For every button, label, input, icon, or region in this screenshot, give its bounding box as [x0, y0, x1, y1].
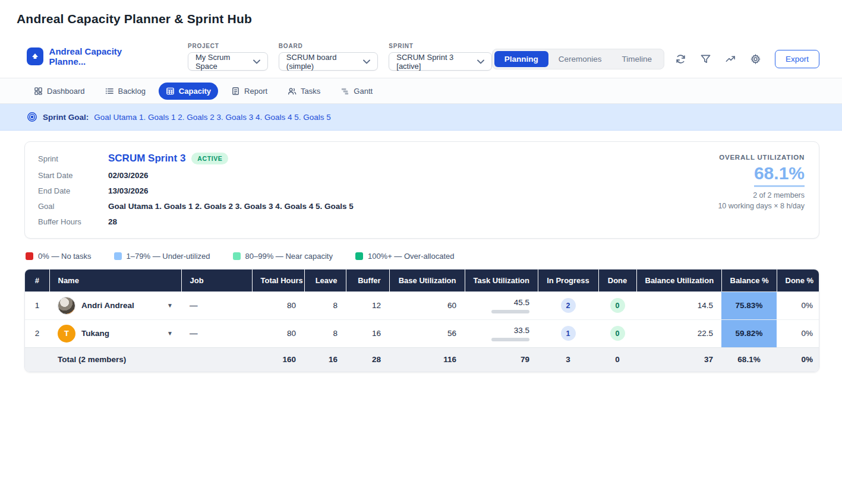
- filter-icon[interactable]: [698, 51, 714, 68]
- total-in-progress: 3: [538, 347, 598, 372]
- total-job: [181, 347, 252, 372]
- nav-tab-label: Gantt: [354, 87, 373, 96]
- field-value-sprint: SCRUM Sprint 3 ACTIVE: [108, 153, 354, 164]
- sprint-fields: Sprint SCRUM Sprint 3 ACTIVE Start Date …: [38, 153, 354, 226]
- nav-tab-dashboard[interactable]: Dashboard: [27, 83, 92, 100]
- col-buffer: Buffer: [346, 270, 389, 291]
- sprint-selector: SPRINT SCRUM Sprint 3 [active]: [389, 43, 491, 71]
- total-task-utilization: 79: [465, 347, 538, 372]
- main-content: Sprint SCRUM Sprint 3 ACTIVE Start Date …: [0, 131, 842, 372]
- in-progress-badge: 1: [561, 326, 576, 341]
- chevron-down-icon: [363, 59, 370, 64]
- member-cell: Andri Andreal ▼: [49, 291, 181, 319]
- module-nav: Dashboard Backlog Capacity Report Tasks …: [0, 78, 842, 104]
- target-icon: [27, 112, 37, 122]
- buffer-cell: 12: [346, 291, 389, 319]
- field-label-sprint: Sprint: [38, 154, 97, 163]
- utilization-legend: 0% — No tasks 1–79% — Under-utilized 80–…: [26, 252, 819, 261]
- total-buffer: 28: [346, 347, 389, 372]
- tab-timeline[interactable]: Timeline: [611, 51, 662, 67]
- board-label: BOARD: [279, 43, 378, 49]
- chevron-down-icon: [253, 59, 260, 64]
- done-pct-cell: 0%: [777, 291, 819, 319]
- project-select[interactable]: My Scrum Space: [188, 52, 268, 71]
- toolbar: Andreal Capacity Planne... PROJECT My Sc…: [0, 37, 842, 78]
- legend-label: 0% — No tasks: [38, 252, 92, 261]
- member-name: Andri Andreal: [81, 301, 134, 310]
- col-job: Job: [181, 270, 252, 291]
- nav-tab-report[interactable]: Report: [224, 83, 275, 100]
- field-value-buffer-hours: 28: [108, 217, 354, 226]
- field-value-start-date: 02/03/2026: [108, 171, 354, 180]
- task-utilization-value: 33.5: [514, 326, 529, 335]
- row-expand-caret[interactable]: ▼: [167, 330, 173, 337]
- sprint-goal-banner: Sprint Goal: Goal Utama 1. Goals 1 2. Go…: [0, 104, 842, 131]
- sprint-label: SPRINT: [389, 43, 491, 49]
- row-number: 1: [25, 291, 49, 319]
- project-selector: PROJECT My Scrum Space: [188, 43, 268, 71]
- legend-item-near-capacity: 80–99% — Near capacity: [233, 252, 333, 261]
- context-selectors: PROJECT My Scrum Space BOARD SCRUM board…: [188, 43, 492, 71]
- table-total-row: Total (2 members) 160 16 28 116 79 3 0 3…: [25, 347, 819, 372]
- field-value-end-date: 13/03/2026: [108, 186, 354, 195]
- total-base-utilization: 116: [389, 347, 465, 372]
- sprint-select[interactable]: SCRUM Sprint 3 [active]: [389, 52, 491, 71]
- nav-tab-gantt[interactable]: Gantt: [333, 83, 380, 100]
- field-value-goal: Goal Utama 1. Goals 1 2. Goals 2 3. Goal…: [108, 202, 354, 211]
- tab-planning[interactable]: Planning: [494, 51, 548, 67]
- done-badge: 0: [610, 326, 625, 341]
- col-done: Done: [598, 270, 636, 291]
- base-utilization-cell: 56: [389, 319, 465, 347]
- nav-tab-tasks[interactable]: Tasks: [280, 83, 327, 100]
- utilization-value: 68.1%: [754, 163, 805, 187]
- nav-tab-capacity[interactable]: Capacity: [159, 83, 218, 100]
- balance-utilization-cell: 22.5: [636, 319, 721, 347]
- legend-item-over-allocated: 100%+ — Over-allocated: [355, 252, 455, 261]
- col-done-pct: Done %: [777, 270, 819, 291]
- app-brand[interactable]: Andreal Capacity Planne...: [27, 46, 152, 66]
- nav-tab-label: Capacity: [179, 87, 211, 96]
- sprint-name[interactable]: SCRUM Sprint 3: [108, 153, 185, 164]
- toolbar-right: Planning Ceremonies Timeline Export: [492, 49, 819, 69]
- refresh-icon[interactable]: [673, 51, 689, 68]
- gear-icon[interactable]: [748, 51, 764, 68]
- sprint-select-value: SCRUM Sprint 3 [active]: [396, 53, 471, 71]
- sprint-goal-label: Sprint Goal:: [43, 113, 89, 122]
- backlog-list-icon: [105, 87, 114, 96]
- chevron-down-icon: [477, 59, 484, 64]
- done-cell: 0: [598, 291, 636, 319]
- trend-icon[interactable]: [723, 51, 739, 68]
- project-label: PROJECT: [188, 43, 268, 49]
- nav-tab-backlog[interactable]: Backlog: [98, 83, 153, 100]
- row-expand-caret[interactable]: ▼: [167, 302, 173, 309]
- app-logo-icon: [27, 47, 43, 65]
- field-label-start-date: Start Date: [38, 171, 97, 180]
- done-badge: 0: [610, 298, 625, 313]
- nav-tab-label: Tasks: [301, 87, 320, 96]
- legend-item-under-utilized: 1–79% — Under-utilized: [114, 252, 210, 261]
- utilization-label: OVERALL UTILIZATION: [718, 154, 805, 161]
- export-button[interactable]: Export: [775, 50, 819, 68]
- member-name: Tukang: [81, 329, 109, 338]
- page-title: Andreal Capacity Planner & Sprint Hub: [0, 0, 842, 26]
- task-utilization-cell: 45.5: [465, 291, 538, 319]
- leave-cell: 8: [304, 319, 346, 347]
- table-header: # Name Job Total Hours Leave Buffer Base…: [25, 270, 819, 291]
- in-progress-badge: 2: [561, 298, 576, 313]
- legend-label: 1–79% — Under-utilized: [127, 252, 210, 261]
- capacity-table-icon: [166, 87, 175, 96]
- task-utilization-value: 45.5: [514, 298, 529, 307]
- board-select[interactable]: SCRUM board (simple): [279, 52, 378, 71]
- utilization-members: 2 of 2 members: [718, 191, 805, 199]
- col-task-utilization: Task Utilization: [465, 270, 538, 291]
- task-utilization-bar: [491, 338, 529, 341]
- table-row: 1 Andri Andreal ▼ — 80 8 12 60: [25, 291, 819, 319]
- tab-ceremonies[interactable]: Ceremonies: [548, 51, 612, 67]
- task-utilization-bar: [491, 310, 529, 313]
- base-utilization-cell: 60: [389, 291, 465, 319]
- tasks-people-icon: [288, 87, 297, 96]
- in-progress-cell: 1: [538, 319, 598, 347]
- overall-utilization-block: OVERALL UTILIZATION 68.1% 2 of 2 members…: [718, 153, 805, 226]
- gantt-chart-icon: [340, 87, 349, 96]
- member-cell: T Tukang ▼: [49, 319, 181, 347]
